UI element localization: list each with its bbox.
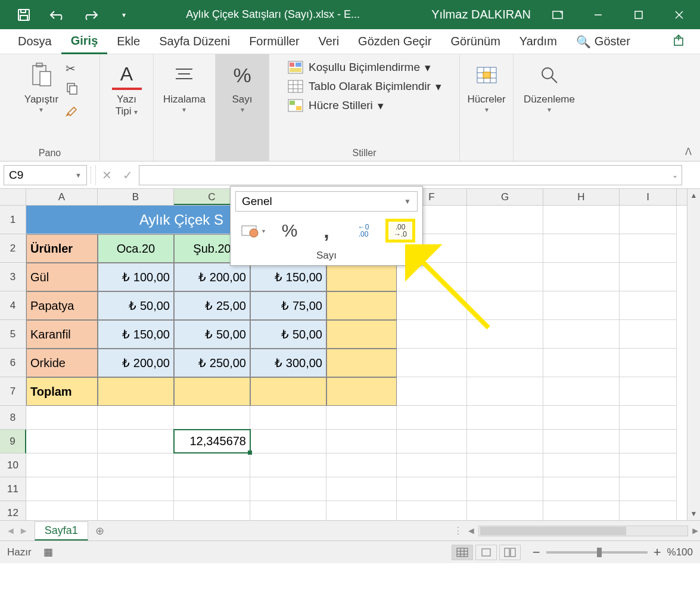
accounting-format-button[interactable]: ▾ — [238, 219, 267, 243]
cell[interactable] — [467, 430, 543, 453]
cell[interactable] — [326, 453, 397, 477]
cancel-icon[interactable]: ✕ — [102, 168, 112, 182]
cell[interactable] — [26, 501, 98, 520]
cell[interactable] — [543, 430, 620, 453]
cell[interactable] — [543, 377, 620, 406]
cell[interactable] — [397, 501, 467, 520]
cell[interactable] — [620, 349, 677, 377]
undo-icon[interactable] — [49, 7, 66, 23]
tell-me[interactable]: 🔍 Göster — [567, 30, 640, 54]
sheet-next-icon[interactable]: ► — [19, 526, 29, 536]
cell-total[interactable] — [250, 377, 326, 406]
cell[interactable] — [467, 501, 543, 520]
scroll-left-icon[interactable]: ◄ — [466, 526, 476, 536]
scroll-down-icon[interactable]: ▼ — [687, 507, 700, 520]
cell[interactable] — [98, 406, 174, 430]
cell[interactable] — [26, 406, 98, 430]
name-box[interactable]: C9 ▼ — [4, 165, 87, 185]
save-icon[interactable] — [15, 7, 32, 23]
cell-value[interactable]: ₺ 25,00 — [174, 291, 250, 320]
tab-file[interactable]: Dosya — [8, 30, 61, 53]
cell[interactable] — [620, 377, 677, 406]
cell[interactable] — [467, 477, 543, 501]
user-name[interactable]: Yılmaz DALKIRAN — [413, 8, 549, 21]
cell[interactable] — [250, 477, 326, 501]
sheet-tab[interactable]: Sayfa1 — [35, 521, 88, 540]
zoom-slider[interactable] — [546, 551, 648, 554]
cell[interactable] — [543, 501, 620, 520]
cell-value[interactable]: ₺ 250,00 — [174, 349, 250, 377]
row-header-5[interactable]: 5 — [0, 320, 26, 349]
col-header-h[interactable]: H — [543, 189, 620, 205]
row-header-7[interactable]: 7 — [0, 377, 26, 406]
cell-header-products[interactable]: Ürünler — [26, 234, 98, 263]
cell[interactable] — [543, 206, 620, 234]
tab-view[interactable]: Görünüm — [441, 30, 509, 53]
comma-format-button[interactable]: , — [312, 219, 341, 243]
cell-value[interactable]: ₺ 300,00 — [250, 349, 326, 377]
view-page-layout-button[interactable] — [475, 545, 497, 560]
cells-button[interactable]: Hücreler ▾ — [463, 58, 509, 116]
number-button[interactable]: % Sayı ▾ — [224, 58, 261, 116]
editing-button[interactable]: Düzenleme ▾ — [520, 58, 578, 116]
share-button[interactable] — [668, 31, 692, 52]
cell[interactable] — [620, 453, 677, 477]
cell[interactable] — [543, 291, 620, 320]
cell[interactable] — [620, 501, 677, 520]
increase-decimal-button[interactable]: ←0.00 — [349, 219, 378, 243]
cell-header-month[interactable]: Oca.20 — [98, 234, 174, 263]
scroll-right-icon[interactable]: ► — [690, 526, 700, 536]
chevron-down-icon[interactable]: ▼ — [75, 172, 82, 179]
cell-value[interactable]: ₺ 100,00 — [98, 263, 174, 291]
cell-total[interactable] — [326, 320, 397, 349]
cell[interactable] — [620, 430, 677, 453]
tab-help[interactable]: Yardım — [510, 30, 567, 53]
add-sheet-button[interactable]: ⊕ — [88, 524, 111, 538]
cell[interactable] — [326, 406, 397, 430]
alignment-button[interactable]: Hizalama ▾ — [160, 58, 209, 116]
cell[interactable] — [620, 234, 677, 263]
cell[interactable] — [174, 406, 250, 430]
cell[interactable] — [98, 477, 174, 501]
zoom-in-button[interactable]: + — [654, 545, 661, 560]
enter-icon[interactable]: ✓ — [123, 168, 133, 182]
cell[interactable] — [620, 206, 677, 234]
row-header-11[interactable]: 11 — [0, 477, 26, 501]
cell[interactable] — [467, 349, 543, 377]
cell[interactable] — [26, 477, 98, 501]
formula-bar[interactable]: ⌄ — [139, 165, 682, 185]
cell-value[interactable]: ₺ 150,00 — [250, 263, 326, 291]
tab-review[interactable]: Gözden Geçir — [349, 30, 441, 53]
row-header-12[interactable]: 12 — [0, 501, 26, 520]
cell-total[interactable] — [326, 349, 397, 377]
cell-c9[interactable]: 12,345678 — [174, 430, 250, 453]
tab-data[interactable]: Veri — [309, 30, 349, 53]
cell[interactable] — [397, 430, 467, 453]
cell[interactable] — [397, 453, 467, 477]
cell[interactable] — [98, 453, 174, 477]
cell[interactable] — [326, 430, 397, 453]
cell[interactable] — [397, 349, 467, 377]
tab-page-layout[interactable]: Sayfa Düzeni — [150, 30, 239, 53]
cell[interactable] — [620, 320, 677, 349]
cell[interactable] — [250, 501, 326, 520]
tab-home[interactable]: Giriş — [61, 29, 108, 54]
row-header-8[interactable]: 8 — [0, 406, 26, 430]
ribbon-display-icon[interactable] — [549, 6, 567, 24]
format-painter-icon[interactable] — [66, 104, 79, 120]
cell[interactable] — [98, 501, 174, 520]
cell-value[interactable]: ₺ 150,00 — [98, 320, 174, 349]
cell[interactable] — [250, 453, 326, 477]
cell[interactable] — [620, 477, 677, 501]
scroll-up-icon[interactable]: ▲ — [687, 189, 700, 202]
row-header-4[interactable]: 4 — [0, 291, 26, 320]
cell-value[interactable]: ₺ 200,00 — [174, 263, 250, 291]
cell[interactable] — [620, 406, 677, 430]
col-header-b[interactable]: B — [98, 189, 174, 205]
collapse-ribbon-icon[interactable]: ᐱ — [685, 146, 692, 157]
font-button[interactable]: A Yazı Tipi ▾ — [108, 58, 145, 120]
copy-icon[interactable] — [66, 82, 79, 98]
cell-total[interactable] — [326, 377, 397, 406]
cell[interactable] — [543, 263, 620, 291]
cell[interactable] — [467, 206, 543, 234]
